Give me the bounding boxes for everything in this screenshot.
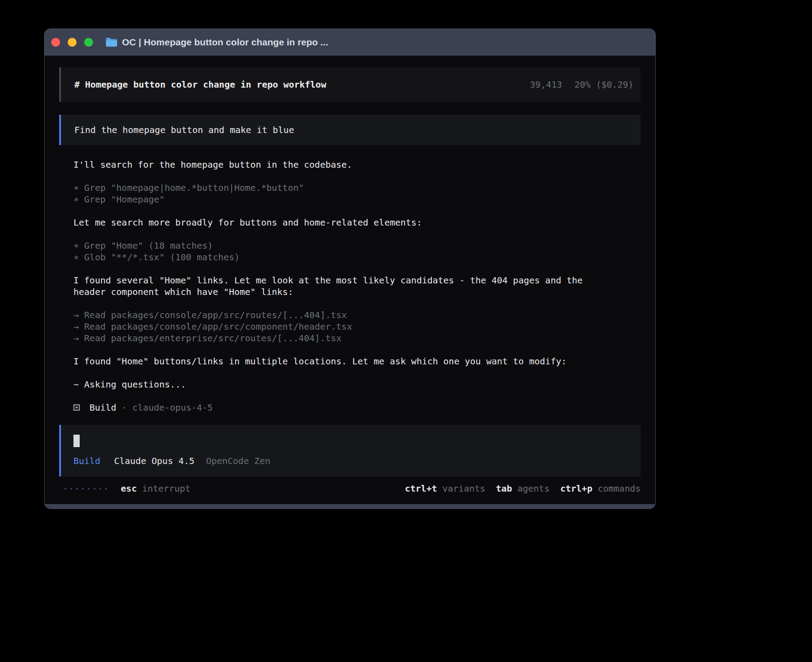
- folder-icon: [106, 37, 118, 47]
- assistant-status: ~ Asking questions...: [73, 379, 641, 390]
- tool-call-grep: ∗ Grep "homepage|home.*button|Home.*butt…: [73, 182, 641, 194]
- close-button[interactable]: [51, 38, 60, 47]
- zoom-button[interactable]: [84, 38, 93, 47]
- provider-name: OpenCode Zen: [206, 455, 271, 467]
- agent-status-row: Build · claude-opus-4-5: [73, 402, 641, 413]
- shortcut-variants: ctrl+t variants: [405, 483, 485, 494]
- traffic-lights: [51, 38, 93, 47]
- tool-call-glob: ∗ Glob "**/*.tsx" (100 matches): [73, 251, 641, 263]
- shortcut-key: tab: [496, 483, 512, 494]
- token-count: 39,413: [530, 79, 562, 90]
- shortcut-agents: tab agents: [496, 483, 549, 494]
- agent-model: claude-opus-4-5: [132, 402, 213, 413]
- terminal-window: OC | Homepage button color change in rep…: [44, 28, 656, 509]
- window-title: OC | Homepage button color change in rep…: [122, 37, 328, 48]
- shortcut-hints: ctrl+t variants tab agents ctrl+p comman…: [405, 483, 641, 494]
- assistant-text: Let me search more broadly for buttons a…: [73, 217, 641, 228]
- tool-call-grep: ∗ Grep "Home" (18 matches): [73, 240, 641, 251]
- tool-call-read: → Read packages/enterprise/src/routes/[.…: [73, 332, 641, 344]
- session-title: # Homepage button color change in repo w…: [74, 79, 326, 90]
- shortcut-label: agents: [517, 483, 549, 494]
- separator-dot: ·: [122, 402, 127, 413]
- titlebar[interactable]: OC | Homepage button color change in rep…: [45, 29, 655, 56]
- agent-name: Build: [89, 402, 116, 413]
- esc-key-hint: esc: [121, 483, 137, 494]
- assistant-text: I found "Home" buttons/links in multiple…: [73, 355, 641, 367]
- session-stats: 39,413 20% ($0.29): [530, 79, 633, 90]
- user-message: Find the homepage button and make it blu…: [59, 115, 641, 145]
- input-meta: Build Claude Opus 4.5 OpenCode Zen: [73, 455, 641, 467]
- user-message-text: Find the homepage button and make it blu…: [74, 124, 294, 136]
- shortcut-key: ctrl+t: [405, 483, 437, 494]
- status-bar: ········ esc interrupt ctrl+t variants t…: [59, 483, 641, 494]
- tool-call-read: → Read packages/console/app/src/componen…: [73, 321, 641, 332]
- build-agent-icon: [73, 404, 80, 411]
- assistant-text: I'll search for the homepage button in t…: [73, 159, 641, 170]
- conversation: I'll search for the homepage button in t…: [73, 159, 641, 413]
- tool-call-grep: ∗ Grep "Homepage": [73, 194, 641, 205]
- agent-mode-label[interactable]: Build: [73, 455, 100, 467]
- assistant-text: header component which have "Home" links…: [73, 286, 641, 298]
- shortcut-key: ctrl+p: [560, 483, 592, 494]
- prompt-input[interactable]: Build Claude Opus 4.5 OpenCode Zen: [59, 425, 641, 476]
- assistant-text: I found several "Home" links. Let me loo…: [73, 274, 641, 286]
- model-name[interactable]: Claude Opus 4.5: [114, 455, 195, 467]
- tool-call-read: → Read packages/console/app/src/routes/[…: [73, 309, 641, 321]
- shortcut-label: variants: [443, 483, 485, 494]
- context-usage: 20% ($0.29): [575, 79, 633, 90]
- spinner-dots: ········: [63, 483, 109, 494]
- text-cursor: [73, 435, 80, 447]
- shortcut-commands: ctrl+p commands: [560, 483, 641, 494]
- shortcut-label: commands: [598, 483, 641, 494]
- esc-action-label: interrupt: [142, 483, 190, 494]
- terminal-content: # Homepage button color change in repo w…: [45, 56, 655, 504]
- session-header: # Homepage button color change in repo w…: [59, 67, 641, 102]
- minimize-button[interactable]: [68, 38, 77, 47]
